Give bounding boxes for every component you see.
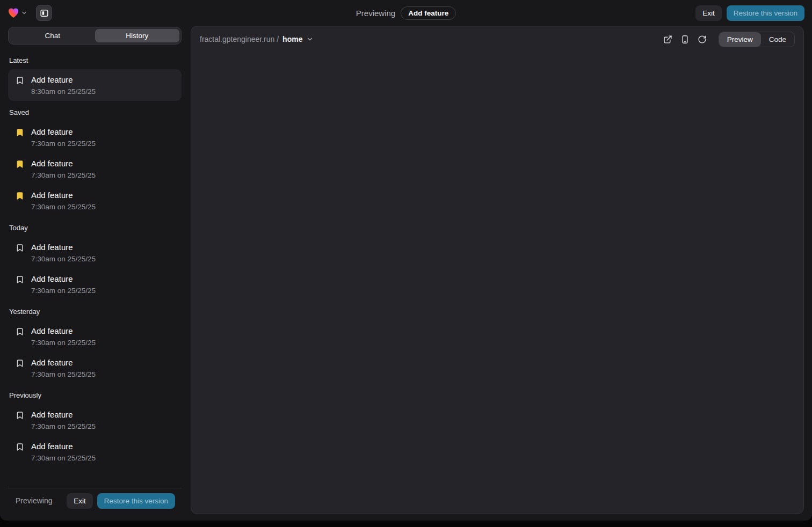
lovable-heart-logo-icon bbox=[8, 8, 19, 18]
top-bar: Previewing Add feature Exit Restore this… bbox=[0, 0, 812, 26]
preview-url-breadcrumb[interactable]: fractal.gptengineer.run / home bbox=[200, 35, 314, 43]
bookmark-outline-icon bbox=[16, 411, 24, 430]
version-name-pill: Add feature bbox=[401, 6, 456, 20]
bookmark-outline-icon bbox=[16, 327, 24, 347]
version-item[interactable]: Add feature 7:30am on 25/25/25 bbox=[8, 153, 182, 185]
bookmark-outline-icon bbox=[16, 275, 24, 295]
panel-left-icon bbox=[40, 9, 49, 18]
toggle-code[interactable]: Code bbox=[761, 32, 794, 47]
section-header-saved: Saved bbox=[9, 108, 180, 116]
restore-version-button[interactable]: Restore this version bbox=[727, 5, 804, 21]
refresh-icon[interactable] bbox=[698, 35, 707, 44]
version-title: Add feature bbox=[31, 127, 96, 137]
bookmark-outline-icon bbox=[16, 76, 24, 96]
bookmark-outline-icon bbox=[16, 244, 24, 263]
workspace-menu[interactable] bbox=[8, 8, 27, 18]
sidebar-tab-switcher: Chat History bbox=[8, 27, 182, 45]
version-title: Add feature bbox=[31, 409, 96, 420]
bookmark-outline-icon bbox=[16, 443, 24, 462]
version-history-list: Latest Add feature 8:30am on 25/25/25 Sa… bbox=[8, 45, 182, 488]
tab-chat[interactable]: Chat bbox=[10, 29, 95, 42]
section-header-previously: Previously bbox=[9, 391, 180, 399]
version-item[interactable]: Add feature 7:30am on 25/25/25 bbox=[8, 237, 182, 268]
sidebar-footer: Previewing Exit Restore this version bbox=[8, 488, 182, 513]
version-timestamp: 7:30am on 25/25/25 bbox=[31, 140, 96, 148]
version-title: Add feature bbox=[31, 75, 96, 85]
version-timestamp: 7:30am on 25/25/25 bbox=[31, 171, 96, 179]
footer-previewing-label: Previewing bbox=[16, 496, 52, 505]
mobile-view-icon[interactable] bbox=[680, 35, 690, 44]
toggle-preview[interactable]: Preview bbox=[719, 32, 761, 47]
breadcrumb-chevron-down-icon bbox=[306, 35, 314, 43]
version-title: Add feature bbox=[31, 274, 96, 284]
version-timestamp: 7:30am on 25/25/25 bbox=[31, 370, 96, 378]
version-title: Add feature bbox=[31, 190, 96, 201]
version-item[interactable]: Add feature 7:30am on 25/25/25 bbox=[8, 185, 182, 216]
version-timestamp: 7:30am on 25/25/25 bbox=[31, 255, 96, 263]
version-item[interactable]: Add feature 7:30am on 25/25/25 bbox=[8, 268, 182, 300]
version-item[interactable]: Add feature 7:30am on 25/25/25 bbox=[8, 436, 182, 467]
workspace-chevron-down-icon bbox=[21, 10, 27, 16]
section-header-today: Today bbox=[9, 224, 180, 232]
version-timestamp: 8:30am on 25/25/25 bbox=[31, 87, 96, 96]
footer-exit-button[interactable]: Exit bbox=[67, 493, 93, 509]
bookmark-filled-icon bbox=[16, 192, 24, 211]
version-title: Add feature bbox=[31, 158, 96, 169]
version-title: Add feature bbox=[31, 242, 96, 253]
footer-restore-version-button[interactable]: Restore this version bbox=[97, 493, 175, 509]
preview-header: fractal.gptengineer.run / home bbox=[191, 26, 803, 52]
bookmark-outline-icon bbox=[16, 359, 24, 378]
version-timestamp: 7:30am on 25/25/25 bbox=[31, 454, 96, 462]
version-title: Add feature bbox=[31, 441, 96, 452]
version-item[interactable]: Add feature 7:30am on 25/25/25 bbox=[8, 320, 182, 352]
sidebar-toggle-button[interactable] bbox=[36, 5, 52, 21]
preview-panel: fractal.gptengineer.run / home bbox=[191, 26, 804, 514]
tab-history[interactable]: History bbox=[95, 29, 180, 42]
app-window: Previewing Add feature Exit Restore this… bbox=[0, 0, 812, 521]
breadcrumb-page: home bbox=[282, 35, 302, 43]
version-item[interactable]: Add feature 7:30am on 25/25/25 bbox=[8, 121, 182, 153]
version-timestamp: 7:30am on 25/25/25 bbox=[31, 339, 96, 347]
exit-button[interactable]: Exit bbox=[695, 5, 722, 21]
version-title: Add feature bbox=[31, 326, 96, 336]
open-external-link-icon[interactable] bbox=[663, 35, 672, 44]
previewing-status-label: Previewing bbox=[356, 9, 395, 18]
section-header-latest: Latest bbox=[9, 56, 180, 64]
preview-code-toggle: Preview Code bbox=[719, 32, 795, 47]
bookmark-filled-icon bbox=[16, 128, 24, 148]
version-item-selected[interactable]: Add feature 8:30am on 25/25/25 bbox=[8, 69, 182, 101]
version-item[interactable]: Add feature 7:30am on 25/25/25 bbox=[8, 352, 182, 384]
version-timestamp: 7:30am on 25/25/25 bbox=[31, 287, 96, 295]
version-title: Add feature bbox=[31, 357, 96, 368]
preview-content-area bbox=[191, 52, 803, 514]
version-item[interactable]: Add feature 7:30am on 25/25/25 bbox=[8, 404, 182, 436]
breadcrumb-host: fractal.gptengineer.run / bbox=[200, 35, 279, 43]
history-sidebar: Chat History Latest Add feature 8:30am o… bbox=[8, 27, 182, 513]
bookmark-filled-icon bbox=[16, 160, 24, 179]
version-timestamp: 7:30am on 25/25/25 bbox=[31, 422, 96, 430]
section-header-yesterday: Yesterday bbox=[9, 308, 180, 316]
version-timestamp: 7:30am on 25/25/25 bbox=[31, 203, 96, 211]
